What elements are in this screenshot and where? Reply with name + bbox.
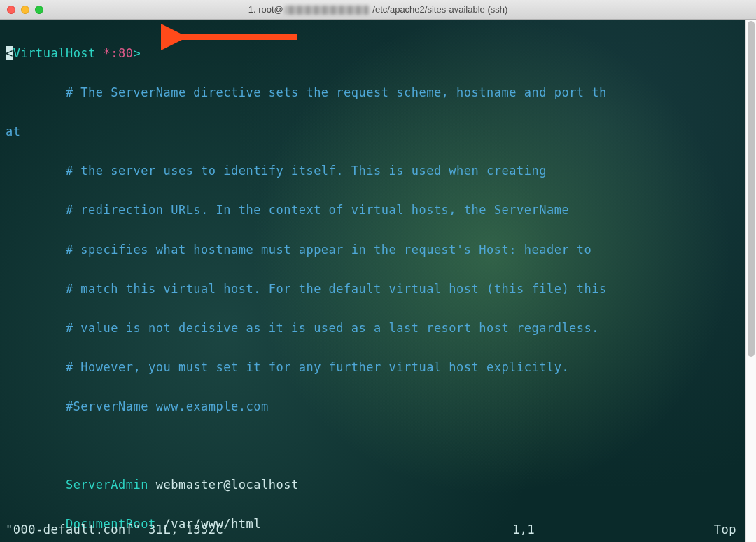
close-icon[interactable] <box>7 6 15 14</box>
title-suffix: /etc/apache2/sites-available (ssh) <box>370 4 508 15</box>
comment-line: # value is not decisive as it is used as… <box>6 318 750 338</box>
window-title: 1. root@ /etc/apache2/sites-available (s… <box>7 4 749 15</box>
scrollbar-thumb[interactable] <box>748 21 755 357</box>
comment-line: # However, you must set it for any furth… <box>6 357 750 377</box>
server-admin-directive: ServerAdmin <box>66 478 148 492</box>
status-position: 1,1 <box>512 520 694 539</box>
cursor: < <box>6 46 13 60</box>
comment-line: # The ServerName directive sets the requ… <box>6 83 750 102</box>
title-hostname-blurred <box>285 6 369 15</box>
comment-line: # match this virtual host. For the defau… <box>6 279 750 299</box>
comment-line: # the server uses to identify itself. Th… <box>6 161 750 180</box>
vhost-addr: *:80 <box>104 46 134 60</box>
terminal-content[interactable]: <VirtualHost *:80> # The ServerName dire… <box>0 20 756 542</box>
editor-body: <VirtualHost *:80> # The ServerName dire… <box>6 24 750 542</box>
scrollbar[interactable] <box>746 20 756 542</box>
vhost-tag: VirtualHost <box>13 46 96 60</box>
comment-line: #ServerName www.example.com <box>6 397 750 416</box>
window-controls <box>7 6 43 14</box>
comment-line: # redirection URLs. In the context of vi… <box>6 200 750 220</box>
minimize-icon[interactable] <box>21 6 29 14</box>
title-prefix: 1. root@ <box>248 4 284 15</box>
blank-line <box>6 436 750 455</box>
status-scroll: Top <box>694 520 750 539</box>
maximize-icon[interactable] <box>35 6 43 14</box>
comment-line: at <box>6 122 750 141</box>
titlebar[interactable]: 1. root@ /etc/apache2/sites-available (s… <box>0 0 756 20</box>
vim-status-line: "000-default.conf" 31L, 1332C 1,1 Top <box>6 520 750 539</box>
status-filename: "000-default.conf" 31L, 1332C <box>6 520 512 539</box>
comment-line: # specifies what hostname must appear in… <box>6 240 750 259</box>
terminal-window: 1. root@ /etc/apache2/sites-available (s… <box>0 0 756 542</box>
